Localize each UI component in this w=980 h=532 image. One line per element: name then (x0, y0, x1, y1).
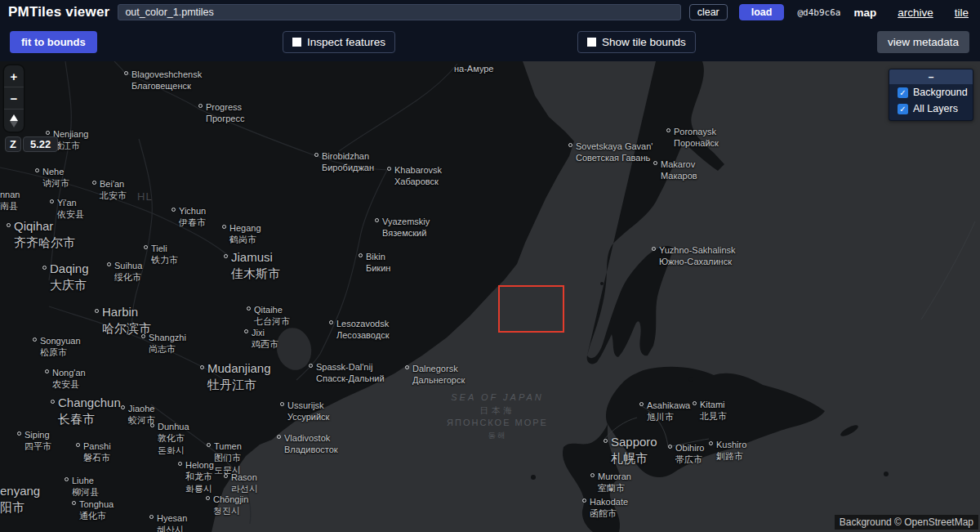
city-label: nnan南县 (0, 189, 20, 212)
view-metadata-button[interactable]: view metadata (877, 31, 969, 53)
place-marker-icon (280, 402, 284, 406)
sea-of-japan-label: SEA OF JAPAN日本海ЯПОНСКОЕ МОРЕ동해 (447, 391, 548, 441)
city-label: Suihua绥化市 (107, 260, 142, 284)
city-label: HL (137, 190, 153, 204)
place-marker-icon (693, 401, 697, 405)
zoom-value: 5.22 (23, 136, 58, 152)
city-label: LesozavodskЛесозаводск (329, 318, 389, 342)
place-marker-icon (277, 435, 281, 439)
city-label: Kitami北見市 (693, 399, 727, 422)
inspect-features-toggle[interactable]: Inspect features (283, 31, 395, 53)
place-marker-icon (35, 168, 39, 172)
load-button[interactable]: load (739, 4, 785, 20)
place-marker-icon (144, 245, 148, 249)
map-canvas[interactable]: BlagoveshchenskБлаговещенскна-АмуреProgr… (0, 61, 980, 532)
clear-button[interactable]: clear (689, 4, 728, 20)
city-label: Hegang鹤岗市 (222, 222, 261, 246)
map-attribution: Background © OpenStreetMap (835, 515, 978, 530)
place-marker-icon (375, 218, 379, 222)
place-marker-icon (653, 161, 657, 165)
nav-link-map[interactable]: map (853, 7, 876, 19)
layer-toggle-background[interactable]: ✓ Background (889, 84, 973, 101)
city-label: MakarovМакаров (653, 159, 697, 182)
place-marker-icon (51, 400, 55, 404)
city-label: Obihiro帯広市 (668, 442, 704, 466)
city-label: Jiamusi佳木斯市 (224, 249, 280, 281)
place-marker-icon (149, 515, 154, 519)
city-label: Rason라선시 (224, 472, 258, 495)
city-label: BirobidzhanБиробиджан (314, 150, 374, 174)
nav-link-tile[interactable]: tile (955, 7, 969, 19)
layer-panel: – ✓ Background ✓ All Layers (889, 69, 973, 121)
city-label: BikinБикин (359, 251, 390, 275)
city-label: Nong'an农安县 (45, 367, 86, 391)
layer-toggle-all-layers[interactable]: ✓ All Layers (889, 101, 973, 120)
zoom-badge: Z (5, 136, 21, 152)
place-marker-icon (666, 128, 670, 132)
city-label: Spassk-Dal'nijСпасск-Дальний (309, 361, 385, 385)
city-label: UssurijskУссурийск (280, 400, 329, 423)
toolbar: fit to bounds Inspect features Show tile… (0, 22, 980, 61)
city-label: DalnegorskДальнегорск (405, 363, 465, 387)
place-marker-icon (222, 225, 226, 229)
city-label: Tieli铁力市 (144, 243, 178, 266)
checkbox-square-icon (292, 38, 301, 47)
city-label: Bei'an北安市 (92, 178, 127, 202)
show-tile-bounds-toggle[interactable]: Show tile bounds (577, 31, 696, 53)
place-marker-icon (590, 473, 595, 477)
place-marker-icon (172, 208, 176, 212)
city-label: enyang阳市 (0, 483, 40, 515)
city-label: Sovetskaya Gavan'Советская Гавань (568, 141, 653, 164)
zoom-in-button[interactable]: + (4, 65, 24, 87)
place-marker-icon (709, 441, 713, 445)
place-marker-icon (50, 199, 54, 203)
city-label: Siping四平市 (17, 429, 51, 453)
place-marker-icon (46, 131, 50, 135)
city-label: Helong和龙市화룡시 (178, 459, 214, 494)
place-marker-icon (17, 431, 21, 436)
page-title: PMTiles viewer (8, 4, 109, 20)
place-marker-icon (95, 309, 99, 313)
place-marker-icon (604, 439, 608, 443)
city-label: Daqing大庆市 (42, 261, 89, 293)
tile-bounds-rectangle (498, 285, 564, 333)
basemap-geography (0, 61, 980, 532)
fit-to-bounds-button[interactable]: fit to bounds (10, 31, 97, 53)
pmtiles-url-input[interactable] (118, 4, 680, 20)
place-marker-icon (639, 402, 644, 406)
place-marker-icon (107, 262, 111, 266)
map-nav-controls: + − (4, 65, 24, 132)
place-marker-icon (387, 167, 391, 171)
city-label: Chŏngjin청진시 (206, 494, 248, 517)
checked-checkbox-icon: ✓ (898, 104, 908, 114)
city-label: Qiqihar齐齐哈尔市 (7, 218, 75, 250)
zoom-out-button[interactable]: − (4, 87, 24, 110)
layer-label: Background (913, 87, 968, 98)
place-marker-icon (309, 364, 313, 368)
checked-checkbox-icon: ✓ (898, 87, 908, 98)
place-marker-icon (7, 223, 11, 227)
show-tile-bounds-label: Show tile bounds (602, 36, 686, 48)
compass-button[interactable] (4, 110, 24, 132)
city-label: Yichun伊春市 (172, 205, 206, 229)
checkbox-square-icon (587, 38, 596, 47)
city-label: Yuzhno-SakhalinskЮжно-Сахалинск (652, 244, 736, 268)
city-label: Shangzhi尚志市 (141, 332, 186, 355)
nav-link-archive[interactable]: archive (898, 7, 933, 19)
place-marker-icon (314, 153, 318, 157)
header-bar: PMTiles viewer clear load @d4b9c6a map a… (0, 0, 980, 22)
city-label: KhabarovskХабаровск (387, 164, 442, 188)
city-label: Changchun长春市 (51, 395, 121, 427)
place-marker-icon (76, 443, 80, 447)
city-label: VyazemskiyВяземский (375, 216, 430, 239)
city-label: Dunhua敦化市돈화시 (150, 421, 189, 456)
zoom-indicator: Z 5.22 (5, 136, 58, 152)
layer-panel-collapse-button[interactable]: – (889, 69, 973, 84)
place-marker-icon (359, 253, 363, 257)
place-marker-icon (405, 365, 409, 369)
place-marker-icon (224, 254, 228, 258)
city-label: Panshi磐石市 (76, 440, 111, 464)
place-marker-icon (124, 71, 128, 75)
city-label: Liuhe柳河县 (65, 475, 99, 498)
place-marker-icon (200, 365, 204, 369)
